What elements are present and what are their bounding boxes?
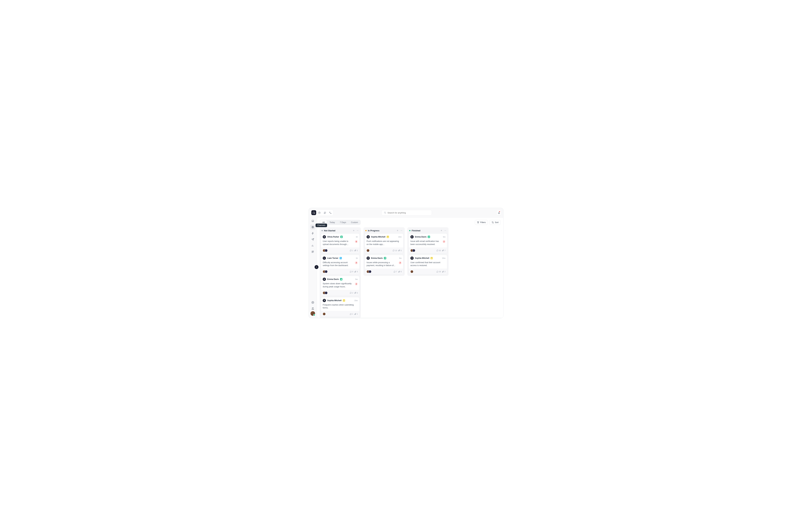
sidebar-automations[interactable] — [310, 231, 315, 236]
clip-icon — [398, 271, 400, 273]
notification-dot — [499, 211, 500, 212]
author-avatar: O — [323, 235, 326, 238]
channel-email-icon — [431, 257, 433, 259]
tooltip-channels: Channels — [316, 223, 327, 227]
search-icon — [384, 211, 386, 214]
sidebar-inbox[interactable] — [310, 218, 315, 223]
count-badge: 6 — [355, 240, 358, 243]
sidebar-campaigns[interactable] — [310, 237, 315, 242]
search-input[interactable] — [381, 210, 432, 216]
phone-icon[interactable] — [328, 210, 333, 215]
author-avatar: L — [323, 257, 326, 260]
brand-logo: art one — [311, 307, 314, 310]
column-title: Finished — [412, 229, 439, 232]
sidebar-settings[interactable] — [310, 300, 315, 305]
card-description: System slows down significantly during p… — [323, 282, 353, 288]
channel-whatsapp-icon — [340, 278, 342, 280]
filter-icon — [477, 221, 479, 223]
tab-custom[interactable]: Custom — [349, 220, 360, 224]
search-field[interactable] — [388, 211, 430, 214]
ticket-card[interactable]: S Sophia Mitchell 15m User confirmed tha… — [409, 255, 447, 275]
assignee-avatars — [410, 270, 413, 273]
attachment-count: 2 — [354, 249, 358, 251]
author-name: Emma Davis — [415, 236, 426, 238]
comment-icon — [350, 313, 352, 315]
attachment-count: 0 — [398, 271, 402, 273]
channel-whatsapp-icon — [384, 257, 386, 259]
comment-count: 9 — [350, 271, 353, 273]
author-name: Sophia Mitchell — [415, 257, 429, 259]
header — [309, 208, 503, 217]
clip-icon — [354, 271, 356, 273]
channel-email-icon — [387, 236, 389, 238]
add-card-button[interactable] — [352, 229, 355, 232]
add-card-button[interactable] — [440, 229, 443, 232]
author-avatar: E — [410, 235, 414, 238]
support-icon[interactable] — [311, 210, 316, 215]
author-avatar: E — [323, 278, 326, 281]
comment-icon — [350, 292, 352, 294]
status-dot — [365, 230, 366, 231]
column-in_progress: In Progress S Sophia Mitchell 15m Push n… — [363, 227, 405, 276]
comment-count: 1 — [350, 313, 353, 315]
sidebar-analytics[interactable] — [310, 243, 315, 248]
channel-whatsapp-icon — [428, 236, 430, 238]
count-badge: 2 — [355, 282, 358, 286]
column-menu[interactable] — [356, 229, 359, 232]
sidebar: Channels art one — [309, 217, 317, 318]
column-menu[interactable] — [444, 229, 447, 232]
assignee-avatars — [410, 249, 415, 252]
channel-whatsapp-icon — [340, 236, 343, 238]
ticket-card[interactable]: E Emma Davis 5m Issues while processing … — [365, 255, 403, 275]
notifications-button[interactable] — [496, 210, 501, 215]
clip-icon — [354, 292, 356, 294]
status-dot — [321, 230, 323, 231]
sidebar-channels[interactable] — [310, 224, 315, 230]
card-time: 1h — [356, 236, 358, 238]
card-description: User confirmed that their account access… — [410, 261, 446, 267]
tab-today[interactable]: Today — [327, 220, 337, 224]
sort-button[interactable]: Sort — [490, 220, 501, 225]
author-name: Emma Davis — [371, 257, 382, 259]
ticket-card[interactable]: E Emma Davis 5m System slows down signif… — [321, 276, 360, 296]
attachment-count: 3 — [354, 271, 358, 273]
sidebar-apps[interactable] — [310, 249, 315, 254]
card-time: 15m — [354, 299, 358, 302]
author-avatar: E — [366, 257, 370, 260]
card-time: 15m — [442, 257, 446, 259]
comment-count: 1 — [350, 249, 353, 251]
status-dot — [409, 230, 410, 231]
sort-label: Sort — [495, 221, 498, 223]
card-description: Issues while processing a payment, resul… — [366, 261, 397, 267]
channel-email-icon — [343, 299, 345, 302]
ticket-card[interactable]: S Sophia Mitchell 15m Frequent crashes w… — [321, 297, 360, 317]
add-card-button[interactable] — [396, 229, 399, 232]
sidebar-expand[interactable] — [315, 265, 318, 269]
filters-button[interactable]: Filters — [475, 220, 488, 225]
tab-7days[interactable]: 7 Days — [337, 220, 348, 224]
ticket-card[interactable]: O Olivia Parker 1h User reports being un… — [321, 233, 360, 253]
ticket-card[interactable]: L Liam Turner 1h Difficulty accessing ac… — [321, 255, 360, 275]
kanban-board: Not Started O Olivia Parker 1h User repo… — [320, 227, 501, 318]
clip-icon — [442, 249, 444, 251]
assignee-avatars — [323, 249, 328, 252]
card-time: 5m — [399, 257, 402, 259]
author-name: Sophia Mitchell — [371, 236, 386, 238]
card-time: 15m — [398, 236, 402, 238]
user-avatar[interactable] — [310, 311, 315, 316]
comment-count: 2 — [350, 292, 353, 294]
column-menu[interactable] — [400, 229, 403, 232]
ticket-card[interactable]: E Emma Davis 5m Issue with email verific… — [409, 233, 447, 253]
card-description: Push notifications are not appearing on … — [366, 240, 402, 246]
help-icon[interactable] — [317, 210, 322, 215]
card-description: Difficulty accessing account settings fr… — [323, 261, 353, 267]
author-name: Sophia Mitchell — [327, 299, 342, 302]
chat-icon[interactable] — [322, 210, 327, 215]
author-name: Emma Davis — [327, 278, 339, 280]
assignee-avatars — [366, 249, 369, 252]
card-time: 5m — [443, 236, 446, 238]
header-nav — [311, 209, 333, 216]
card-description: Issue with email verification has been s… — [410, 240, 441, 246]
ticket-card[interactable]: S Sophia Mitchell 15m Push notifications… — [365, 233, 403, 253]
column-not_started: Not Started O Olivia Parker 1h User repo… — [320, 227, 361, 318]
